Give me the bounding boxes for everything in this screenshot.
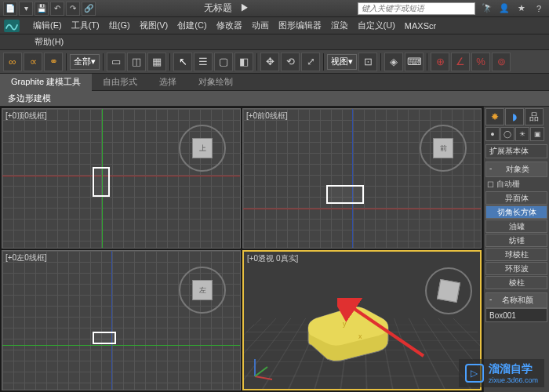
viewport-label[interactable]: [+0左0线框] [5, 252, 47, 263]
snap-toggle-icon[interactable]: ⊕ [431, 53, 449, 71]
viewport-label[interactable]: [+0透视 0真实] [247, 253, 298, 264]
menu-maxscript[interactable]: MAXScr [400, 17, 441, 34]
btn-oiltank[interactable]: 油罐 [485, 220, 547, 233]
tab-freeform[interactable]: 自由形式 [92, 74, 148, 91]
coord-system-dropdown[interactable]: 视图 ▾ [327, 54, 357, 70]
menu-view[interactable]: 视图(V) [135, 17, 173, 34]
favorites-icon[interactable]: ★ [514, 2, 529, 16]
svg-text:y: y [343, 320, 347, 328]
play-icon: ▷ [465, 364, 484, 383]
menu-tools[interactable]: 工具(T) [67, 17, 104, 34]
modify-tab[interactable]: ◗ [505, 108, 524, 125]
rotate-icon[interactable]: ⟲ [281, 53, 300, 71]
new-button[interactable]: 📄 [3, 2, 17, 16]
viewport-label[interactable]: [+0前0线框] [246, 111, 288, 122]
community-icon[interactable]: 👤 [497, 2, 511, 16]
menu-help[interactable]: 帮助(H) [28, 36, 70, 48]
save-button[interactable]: 💾 [35, 2, 49, 16]
viewcube[interactable]: 前 [420, 125, 467, 172]
btn-chamferbox[interactable]: 切角长方体 [485, 205, 547, 219]
viewports: [+0顶0线框] 上 [+0前0线框] 前 [+0左0线框] 左 [+0透视 0… [0, 107, 483, 392]
search-box[interactable] [358, 2, 475, 15]
app-logo[interactable] [0, 17, 24, 34]
titlebar-right-icons: 🔭 👤 ★ ? [480, 2, 546, 16]
bind-icon[interactable]: ⚭ [44, 53, 63, 71]
select-region-icon[interactable]: ◫ [127, 53, 146, 71]
angle-snap-icon[interactable]: ∠ [451, 53, 470, 71]
tab-selection[interactable]: 选择 [148, 74, 187, 91]
autogrid-check[interactable]: ☐ 自动栅 [485, 177, 547, 191]
help-icon[interactable]: ? [532, 2, 546, 16]
viewport-front[interactable]: [+0前0线框] 前 [242, 108, 482, 249]
shapes-tab[interactable]: ◯ [500, 127, 514, 141]
viewcube[interactable]: 左 [179, 267, 226, 314]
lights-tab[interactable]: ☀ [515, 127, 529, 141]
tab-graphite[interactable]: Graphite 建模工具 [0, 74, 92, 91]
window-crossing-icon[interactable]: ◧ [235, 53, 253, 71]
object-type-rollout[interactable]: -对象类 [485, 162, 547, 177]
link-icon[interactable]: ∞ [3, 53, 22, 71]
window-title: 无标题 ▶ [96, 2, 358, 15]
hierarchy-tab[interactable]: 品 [525, 108, 544, 125]
keyboard-icon[interactable]: ⌨ [405, 53, 424, 71]
create-tab[interactable]: ✸ [485, 108, 504, 125]
category-dropdown[interactable]: 扩展基本体 [485, 144, 547, 158]
menu-edit[interactable]: 编辑(E) [28, 17, 67, 34]
tab-paint[interactable]: 对象绘制 [187, 74, 244, 91]
scale-icon[interactable]: ⤢ [301, 53, 320, 71]
percent-snap-icon[interactable]: % [471, 53, 490, 71]
name-color-rollout[interactable]: -名称和颜 [485, 292, 547, 308]
quick-access-toolbar: 📄 ▾ 💾 ↶ ↷ 🔗 [3, 2, 96, 16]
ribbon-panel-label[interactable]: 多边形建模 [0, 91, 549, 107]
select-icon[interactable]: ▭ [107, 53, 125, 71]
redo-button[interactable]: ↷ [66, 2, 80, 16]
menu-modifiers[interactable]: 修改器 [212, 17, 247, 34]
link-button[interactable]: 🔗 [82, 2, 96, 16]
menu-grapheditor[interactable]: 图形编辑器 [274, 17, 326, 34]
select-object-icon[interactable]: ↖ [173, 53, 192, 71]
move-icon[interactable]: ✥ [260, 53, 279, 71]
select-name-icon[interactable]: ☰ [194, 53, 213, 71]
spinner-snap-icon[interactable]: ⊚ [492, 53, 511, 71]
main-toolbar: ∞ ∝ ⚭ 全部 ▾ ▭ ◫ ▦ ↖ ☰ ▢ ◧ ✥ ⟲ ⤢ 视图 ▾ ⊡ ◈ … [0, 50, 549, 74]
object-wire-left[interactable] [93, 332, 116, 344]
unlink-icon[interactable]: ∝ [24, 53, 42, 71]
menubar-row2: 帮助(H) [0, 34, 549, 50]
search-input[interactable] [358, 4, 474, 13]
open-button[interactable]: ▾ [19, 2, 33, 16]
object-wire-top[interactable] [93, 167, 110, 197]
btn-spindle[interactable]: 纺锤 [485, 234, 547, 247]
filter-icon[interactable]: ▦ [147, 53, 166, 71]
cameras-tab[interactable]: ▣ [530, 127, 544, 141]
btn-ringwave[interactable]: 环形波 [485, 262, 547, 275]
pivot-icon[interactable]: ⊡ [358, 53, 377, 71]
menu-group[interactable]: 组(G) [104, 17, 135, 34]
binoculars-icon[interactable]: 🔭 [480, 2, 494, 16]
axis-x [2, 176, 240, 176]
undo-button[interactable]: ↶ [50, 2, 64, 16]
viewport-label[interactable]: [+0顶0线框] [5, 111, 47, 122]
chamfer-box-object[interactable]: y x [300, 301, 394, 364]
select-rect-icon[interactable]: ▢ [214, 53, 233, 71]
viewport-top[interactable]: [+0顶0线框] 上 [2, 108, 241, 249]
object-wire-front[interactable] [326, 185, 364, 204]
manipulate-icon[interactable]: ◈ [384, 53, 403, 71]
viewcube[interactable]: 上 [179, 125, 226, 172]
btn-hedra[interactable]: 异面体 [485, 191, 547, 205]
axis-x [243, 209, 481, 209]
menu-create[interactable]: 创建(C) [173, 17, 211, 34]
object-name-field[interactable]: Box001 [485, 308, 547, 322]
selection-set-dropdown[interactable]: 全部 ▾ [70, 54, 100, 70]
geometry-tab[interactable]: ● [485, 127, 500, 141]
cmd-sub-tabs: ● ◯ ☀ ▣ [485, 127, 547, 141]
btn-prism[interactable]: 棱柱 [485, 276, 547, 289]
viewcube[interactable] [425, 267, 472, 314]
viewport-perspective[interactable]: [+0透视 0真实] y x [242, 250, 482, 390]
menu-animation[interactable]: 动画 [247, 17, 274, 34]
menu-customize[interactable]: 自定义(U) [353, 17, 400, 34]
btn-gengon[interactable]: 球棱柱 [485, 248, 547, 261]
titlebar: 📄 ▾ 💾 ↶ ↷ 🔗 无标题 ▶ 🔭 👤 ★ ? [0, 0, 549, 17]
svg-line-5 [255, 367, 267, 376]
viewport-left[interactable]: [+0左0线框] 左 [2, 250, 241, 390]
menu-render[interactable]: 渲染 [326, 17, 353, 34]
